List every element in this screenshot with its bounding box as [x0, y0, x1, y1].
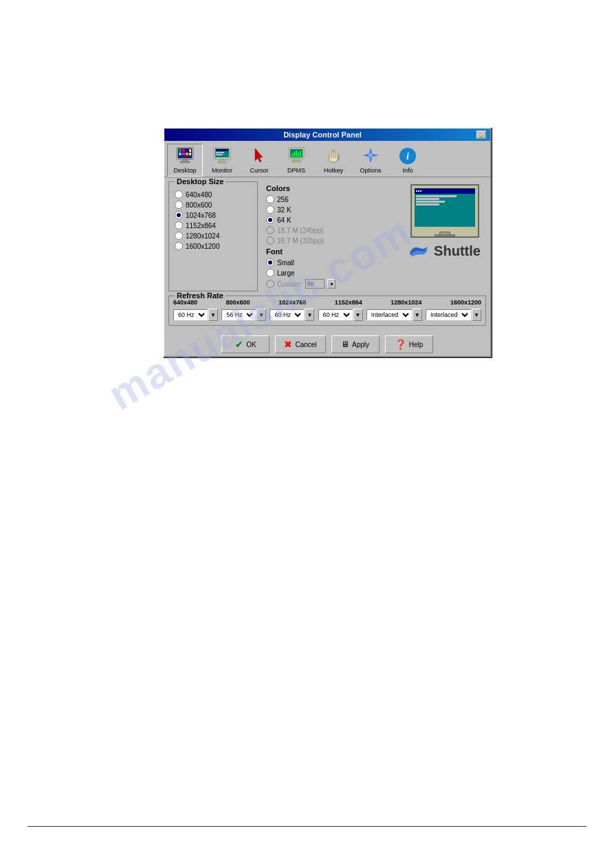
apply-button[interactable]: 🖥 Apply	[331, 335, 380, 353]
refresh-select-1152[interactable]: 60 Hz	[318, 309, 353, 320]
color-256[interactable]: 256	[266, 195, 395, 203]
tab-cursor[interactable]: Cursor	[241, 144, 277, 177]
resolution-1024x768[interactable]: 1024x768	[175, 211, 252, 219]
tab-options[interactable]: Options	[353, 144, 388, 177]
info-icon: i	[398, 146, 417, 166]
font-custom-input	[305, 279, 325, 289]
ok-check-icon: ✔	[235, 339, 243, 350]
radio-color-18m	[266, 226, 274, 234]
refresh-arrow-1024[interactable]: ▼	[305, 309, 314, 321]
tab-info[interactable]: i Info	[390, 144, 426, 177]
preview-line-3	[416, 201, 445, 203]
help-label: Help	[409, 341, 424, 348]
tab-dpms-label: DPMS	[287, 167, 305, 174]
resolution-800x600[interactable]: 800x600	[175, 201, 252, 209]
radio-1600x1200[interactable]	[175, 242, 183, 250]
svg-rect-29	[292, 161, 300, 162]
monitor-preview-screen	[415, 188, 475, 227]
tab-cursor-label: Cursor	[250, 167, 268, 174]
color-167m: 16.7 M (32bpp)	[266, 236, 395, 245]
radio-800x600[interactable]	[175, 201, 183, 209]
refresh-select-800[interactable]: 56 Hz	[221, 309, 256, 320]
desktop-size-radio-group: 640x480 800x600 1024x768 1152x864	[175, 190, 252, 250]
shuttle-bird-icon	[409, 245, 430, 258]
color-64k[interactable]: 64 K	[266, 216, 395, 224]
refresh-arrow-1152[interactable]: ▼	[353, 309, 363, 321]
radio-640x480[interactable]	[175, 190, 183, 199]
refresh-arrow-1600[interactable]: ▼	[472, 309, 481, 321]
svg-marker-20	[255, 148, 263, 162]
color-label-32k: 32 K	[277, 206, 292, 214]
minimize-button[interactable]: _	[476, 131, 486, 139]
shuttle-logo: Shuttle	[409, 243, 481, 259]
font-label-large: Large	[277, 269, 295, 277]
refresh-dropdown-800: 56 Hz ▼	[221, 309, 266, 321]
svg-rect-4	[186, 149, 188, 152]
resolution-640x480[interactable]: 640x480	[175, 190, 252, 199]
radio-1024x768[interactable]	[175, 211, 183, 219]
refresh-arrow-800[interactable]: ▼	[256, 309, 266, 321]
font-small[interactable]: Small	[266, 258, 395, 267]
help-button[interactable]: ❓ Help	[385, 335, 433, 353]
refresh-arrow-1280[interactable]: ▼	[413, 309, 422, 321]
desktop-size-label: Desktop Size	[175, 177, 226, 186]
monitor-preview-base	[435, 234, 455, 236]
preview-area: Shuttle	[404, 181, 486, 291]
tab-hotkey[interactable]: Hotkey	[316, 144, 351, 177]
tab-dpms[interactable]: DPMS	[278, 144, 314, 177]
title-buttons: _	[476, 131, 486, 139]
svg-rect-19	[218, 162, 226, 163]
refresh-col-1024: 1024x768	[278, 299, 306, 306]
ok-button[interactable]: ✔ OK	[221, 335, 270, 353]
help-icon: ❓	[395, 339, 406, 350]
colors-radio-group: 256 32 K 64 K	[266, 195, 395, 245]
radio-color-64k[interactable]	[266, 216, 274, 224]
svg-rect-28	[294, 159, 298, 161]
svg-rect-23	[292, 154, 293, 157]
preview-dot-1	[416, 190, 417, 192]
ok-label: OK	[246, 341, 256, 348]
refresh-select-640[interactable]: 60 Hz	[173, 309, 208, 320]
tab-monitor[interactable]: Monitor	[204, 144, 240, 177]
dialog-title: Display Control Panel	[168, 131, 476, 139]
refresh-arrow-640[interactable]: ▼	[208, 309, 218, 321]
radio-font-large[interactable]	[266, 269, 274, 277]
refresh-select-1280[interactable]: Interlaced	[366, 309, 412, 320]
refresh-dropdown-640: 60 Hz ▼	[173, 309, 218, 321]
tab-desktop[interactable]: Desktop	[167, 144, 203, 177]
resolution-1280x1024[interactable]: 1280x1024	[175, 232, 252, 240]
radio-color-32k[interactable]	[266, 205, 274, 214]
svg-rect-18	[220, 159, 224, 162]
cancel-button[interactable]: ✖ Cancel	[275, 335, 325, 353]
resolution-1152x864[interactable]: 1152x864	[175, 221, 252, 230]
preview-dot-3	[420, 190, 421, 192]
radio-color-256[interactable]	[266, 195, 274, 203]
radio-1280x1024[interactable]	[175, 232, 183, 240]
svg-rect-3	[182, 149, 185, 152]
radio-color-167m	[266, 236, 274, 245]
preview-line-4	[416, 203, 439, 205]
radio-font-small[interactable]	[266, 258, 274, 267]
tab-options-label: Options	[360, 167, 381, 174]
svg-rect-26	[298, 153, 299, 157]
refresh-dropdowns: 60 Hz ▼ 56 Hz ▼ 60 Hz ▼	[173, 309, 481, 321]
refresh-col-1280: 1280x1024	[391, 299, 421, 306]
svg-rect-9	[189, 153, 191, 155]
preview-line-2	[416, 198, 439, 200]
resolution-1600x1200[interactable]: 1600x1200	[175, 242, 252, 250]
refresh-select-1600[interactable]: Interlaced	[426, 309, 471, 320]
refresh-col-800: 800x600	[226, 299, 250, 306]
svg-rect-7	[182, 153, 185, 155]
svg-rect-16	[216, 152, 224, 153]
radio-1152x864[interactable]	[175, 221, 183, 230]
font-large[interactable]: Large	[266, 269, 395, 277]
tab-info-label: Info	[402, 167, 413, 174]
refresh-select-1024[interactable]: 60 Hz	[270, 309, 304, 320]
refresh-dropdown-1280: Interlaced ▼	[366, 309, 422, 321]
color-18m: 18.7 M (24bpp)	[266, 226, 395, 234]
dialog-window: Display Control Panel _	[163, 127, 492, 357]
desktop-size-group: Desktop Size 640x480 800x600 1024x76	[168, 181, 258, 291]
radio-font-custom	[266, 280, 274, 288]
color-32k[interactable]: 32 K	[266, 205, 395, 214]
refresh-rate-label: Refresh Rate	[175, 291, 226, 300]
